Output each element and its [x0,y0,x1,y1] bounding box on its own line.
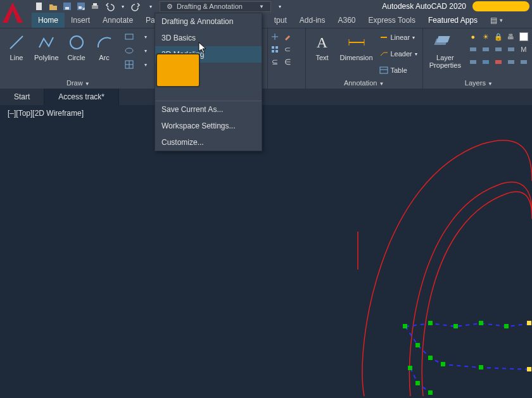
layer-small-8[interactable] [493,56,504,68]
svg-rect-40 [479,321,483,325]
file-tab-active[interactable]: Access track* [44,89,119,105]
drawing-canvas[interactable] [0,105,532,398]
layer-properties-button[interactable]: Layer Properties [428,31,462,70]
new-icon[interactable] [34,1,44,11]
move-icon[interactable] [269,31,281,42]
layer-small-4[interactable] [505,44,517,55]
dd-1[interactable]: ▾ [140,31,151,42]
tab-home[interactable]: Home [32,13,65,28]
qat-overflow-icon[interactable]: ▾ [275,1,285,11]
tab-a360[interactable]: A360 [331,13,362,28]
tab-insert[interactable]: Insert [65,13,96,28]
undo-icon[interactable] [104,1,114,11]
rectangle-icon[interactable] [124,31,135,42]
svg-rect-27 [470,47,476,51]
arc-button[interactable]: Arc [93,31,116,63]
dimension-button[interactable]: Dimension [339,31,374,63]
svg-rect-16 [276,46,278,49]
svg-line-8 [10,36,23,49]
line-button[interactable]: Line [5,31,28,63]
sun-icon[interactable]: ☀ [480,31,491,42]
workspace-save-current[interactable]: Save Current As... [155,101,262,118]
panel-layers-title[interactable]: Layers▼ [428,77,529,89]
text-button[interactable]: A Text [311,31,334,63]
layer-small-6[interactable] [467,56,479,68]
panel-draw: Line Polyline Circle Arc ▾ ▾ [0,28,157,89]
title-bar: ▾ ▾ ⚙ Drafting & Annotation ▼ ▾ Autodesk… [0,0,532,13]
subset-icon[interactable]: ∈ [282,56,293,68]
workspace-current-label: Drafting & Annotation [177,3,243,10]
ribbon-tabs: Home Insert Annotate Pa tput Add-ins A36… [0,13,532,28]
svg-rect-47 [415,381,420,385]
save-icon[interactable] [62,1,72,11]
svg-rect-50 [527,367,531,371]
dd-2[interactable]: ▾ [140,45,151,56]
print-icon[interactable] [90,1,100,11]
lock-icon[interactable]: 🔒 [493,31,504,42]
layer-small-2[interactable] [480,44,491,55]
brush-icon[interactable] [282,31,293,42]
tab-output[interactable]: tput [268,13,293,28]
svg-rect-18 [276,50,278,53]
hatch-icon[interactable] [124,59,135,70]
undo-dropdown-icon[interactable]: ▾ [118,1,128,11]
file-tab-start[interactable]: Start [0,89,44,105]
open-icon[interactable] [48,1,58,11]
polyline-icon [36,32,56,53]
layer-small-9[interactable] [505,56,517,68]
svg-rect-38 [428,321,433,325]
svg-rect-37 [403,324,407,328]
svg-rect-34 [508,60,514,64]
layer-small-7[interactable] [480,56,491,68]
svg-rect-1 [36,3,42,10]
tab-express[interactable]: Express Tools [362,13,422,28]
svg-rect-23 [380,67,388,73]
workspace-settings[interactable]: Workspace Settings... [155,118,262,134]
array-icon[interactable] [269,44,281,55]
leader-button[interactable]: Leader▾ [379,47,417,60]
layer-small-3[interactable] [493,44,504,55]
svg-rect-5 [79,6,82,9]
circle-button[interactable]: Circle [65,31,88,63]
workspace-switcher[interactable]: ⚙ Drafting & Annotation ▼ [160,1,271,12]
redo-icon[interactable] [132,1,142,11]
circle-icon [66,32,87,53]
workspace-customize[interactable]: Customize... [155,134,262,151]
tab-addins[interactable]: Add-ins [293,13,332,28]
text-icon: A [312,32,332,53]
quick-access-toolbar: ▾ ▾ ⚙ Drafting & Annotation ▼ ▾ [34,1,285,12]
svg-rect-42 [415,343,420,347]
panel-annotation-title[interactable]: Annotation▼ [311,77,417,89]
ellipse-icon[interactable] [124,45,135,56]
stretch-icon[interactable]: ⊆ [269,56,281,68]
svg-rect-35 [521,60,527,64]
workspace-item-drafting[interactable]: Drafting & Annotation [155,13,262,30]
saveas-icon[interactable] [76,1,86,11]
svg-point-9 [70,36,83,49]
svg-marker-0 [3,3,23,23]
layer-small-1[interactable] [467,44,479,55]
app-logo[interactable] [0,0,25,25]
tab-panel-toggle[interactable]: ▤▾ [484,13,509,28]
tab-annotate[interactable]: Annotate [96,13,139,28]
svg-rect-46 [408,366,412,370]
search-pill[interactable] [472,1,529,11]
layer-small-5[interactable]: M [518,44,529,55]
redo-dropdown-icon[interactable]: ▾ [146,1,156,11]
panel-draw-title[interactable]: Draw▼ [5,77,151,89]
workspace-item-3dbasics[interactable]: 3D Basics [155,30,262,46]
bulb-on-icon[interactable]: ● [467,31,479,42]
svg-rect-32 [483,60,489,64]
polyline-button[interactable]: Polyline [33,31,60,63]
table-button[interactable]: Table [379,64,417,77]
tab-featured[interactable]: Featured Apps [422,13,484,28]
plot-icon[interactable]: 🖶 [505,31,517,42]
join-icon[interactable]: ⊂ [282,44,293,55]
linear-button[interactable]: Linear▾ [379,31,417,44]
layer-color-swatch[interactable] [518,31,529,42]
dd-3[interactable]: ▾ [140,59,151,70]
arc-icon [94,32,115,53]
layer-small-10[interactable] [518,56,529,68]
gear-icon: ⚙ [167,3,173,11]
svg-rect-7 [93,3,97,6]
